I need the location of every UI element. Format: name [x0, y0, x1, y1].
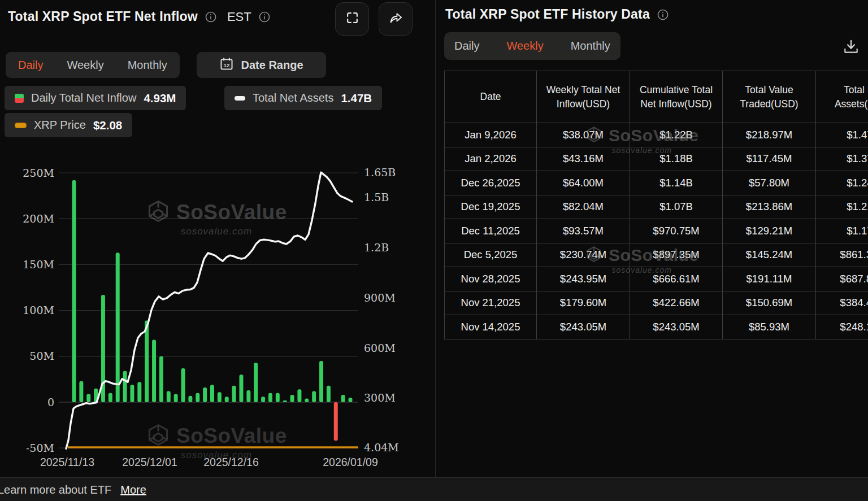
- value-cell: $243.05M: [630, 315, 723, 339]
- column-header: Total Value Traded(USD): [723, 71, 816, 123]
- inflow-bar[interactable]: [188, 396, 192, 402]
- left-axis-tick: 200M: [23, 212, 54, 225]
- more-link[interactable]: More: [120, 483, 146, 496]
- date-range-label: Date Range: [241, 59, 303, 72]
- value-cell: $1.07B: [630, 195, 723, 219]
- legend-xrp-price[interactable]: XRP Price $2.08: [5, 113, 132, 137]
- value-cell: $145.24M: [723, 243, 816, 267]
- value-cell: $861.32M: [816, 243, 868, 267]
- left-axis-tick: 250M: [23, 167, 54, 179]
- share-button[interactable]: [379, 2, 413, 36]
- inflow-bar[interactable]: [181, 368, 185, 402]
- inflow-bar[interactable]: [319, 361, 323, 402]
- history-period-tabs: Daily Weekly Monthly: [444, 32, 620, 60]
- net-inflow-chart[interactable]: 250M200M150M100M50M0-50M1.65B1.5B1.2B900…: [0, 158, 435, 477]
- inflow-bar[interactable]: [232, 386, 236, 402]
- tab-monthly[interactable]: Monthly: [571, 40, 610, 53]
- left-axis-tick: 0: [47, 396, 54, 408]
- inflow-bar[interactable]: [268, 393, 272, 402]
- inflow-legend-icon: [15, 94, 24, 103]
- inflow-bar[interactable]: [196, 393, 199, 402]
- inflow-bar[interactable]: [327, 386, 331, 402]
- inflow-bar[interactable]: [167, 391, 171, 402]
- legend-daily-net-inflow[interactable]: Daily Total Net Inflow 4.93M: [5, 86, 186, 110]
- history-table-head: DateWeekly Total Net Inflow(USD)Cumulati…: [445, 71, 868, 123]
- inflow-bar[interactable]: [290, 395, 294, 402]
- inflow-bar[interactable]: [123, 371, 127, 402]
- value-cell: $970.75M: [630, 219, 723, 243]
- inflow-bar[interactable]: [116, 252, 120, 402]
- column-header: Cumulative Total Net Inflow(USD): [630, 71, 723, 123]
- inflow-bar[interactable]: [203, 387, 207, 402]
- value-cell: $897.35M: [630, 243, 723, 267]
- inflow-bar[interactable]: [334, 402, 338, 441]
- tab-daily[interactable]: Daily: [454, 40, 479, 53]
- inflow-bar[interactable]: [86, 394, 90, 402]
- fullscreen-icon: [345, 11, 359, 27]
- inflow-bar[interactable]: [79, 381, 83, 402]
- inflow-bar[interactable]: [225, 397, 229, 402]
- value-cell: $82.04M: [537, 195, 630, 219]
- inflow-period-tabs: Daily Weekly Monthly: [6, 52, 180, 78]
- inflow-bar[interactable]: [72, 180, 76, 402]
- inflow-bar[interactable]: [349, 398, 353, 402]
- history-data-table: DateWeekly Total Net Inflow(USD)Cumulati…: [444, 71, 868, 339]
- column-header: Total Net Assets(USD): [816, 71, 868, 123]
- inflow-panel-header: Total XRP Spot ETF Net Inflow EST: [8, 9, 271, 24]
- inflow-bar[interactable]: [261, 397, 265, 402]
- inflow-bar[interactable]: [254, 363, 258, 402]
- x-axis-tick: 2025/12/01: [122, 456, 177, 468]
- inflow-bar[interactable]: [218, 392, 222, 402]
- inflow-bar[interactable]: [130, 385, 134, 402]
- value-cell: $230.74M: [537, 243, 630, 267]
- tab-daily[interactable]: Daily: [18, 59, 43, 72]
- page-title: Total XRP Spot ETF Net Inflow: [8, 9, 198, 24]
- value-cell: $43.16M: [537, 147, 630, 171]
- date-cell: Nov 21,2025: [445, 291, 537, 315]
- timezone-info-icon[interactable]: [258, 11, 271, 23]
- date-range-button[interactable]: 12 Date Range: [197, 52, 326, 78]
- inflow-bar[interactable]: [210, 385, 214, 402]
- legend-value: 4.93M: [144, 92, 176, 105]
- value-cell: $117.45M: [723, 147, 816, 171]
- inflow-bar[interactable]: [108, 393, 112, 402]
- inflow-bar[interactable]: [276, 393, 280, 402]
- inflow-bar[interactable]: [341, 395, 345, 402]
- inflow-bar[interactable]: [297, 389, 301, 402]
- fullscreen-button[interactable]: [335, 2, 369, 36]
- inflow-bar[interactable]: [283, 400, 287, 402]
- right-axis-tick: 600M: [364, 342, 396, 354]
- value-cell: $1.22B: [630, 123, 723, 147]
- download-button[interactable]: [840, 37, 862, 59]
- chart-canvas[interactable]: 250M200M150M100M50M0-50M1.65B1.5B1.2B900…: [0, 158, 435, 477]
- legend-total-net-assets[interactable]: Total Net Assets 1.47B: [224, 86, 382, 110]
- tab-monthly[interactable]: Monthly: [128, 59, 167, 72]
- value-cell: $243.05M: [537, 315, 630, 339]
- table-row: Dec 19,2025$82.04M$1.07B$213.86M$1.21B: [445, 195, 868, 219]
- table-row: Dec 5,2025$230.74M$897.35M$145.24M$861.3…: [445, 243, 868, 267]
- value-cell: $384.44M: [816, 291, 868, 315]
- tab-weekly[interactable]: Weekly: [67, 59, 103, 72]
- inflow-bar[interactable]: [312, 391, 316, 402]
- inflow-bar[interactable]: [239, 374, 243, 402]
- inflow-bar[interactable]: [145, 320, 149, 402]
- value-cell: $1.14B: [630, 171, 723, 195]
- table-row: Jan 9,2026$38.07M$1.22B$218.97M$1.47B: [445, 123, 868, 147]
- right-axis-tick: 1.65B: [364, 166, 396, 178]
- inflow-bar[interactable]: [152, 340, 156, 402]
- xrp-price-legend-icon: [15, 123, 27, 128]
- inflow-bar[interactable]: [137, 382, 141, 402]
- info-icon[interactable]: [205, 11, 217, 23]
- inflow-bar[interactable]: [305, 399, 309, 402]
- date-cell: Jan 9,2026: [445, 123, 537, 147]
- right-axis-tick: 300M: [364, 391, 396, 404]
- value-cell: $1.24B: [816, 171, 868, 195]
- value-cell: $1.47B: [816, 123, 868, 147]
- tab-weekly[interactable]: Weekly: [506, 40, 543, 53]
- value-cell: $64.00M: [537, 171, 630, 195]
- info-icon[interactable]: [657, 8, 669, 21]
- inflow-bar[interactable]: [159, 356, 163, 402]
- inflow-bar[interactable]: [174, 394, 178, 402]
- inflow-bar[interactable]: [246, 390, 250, 402]
- column-header: Date: [445, 71, 537, 123]
